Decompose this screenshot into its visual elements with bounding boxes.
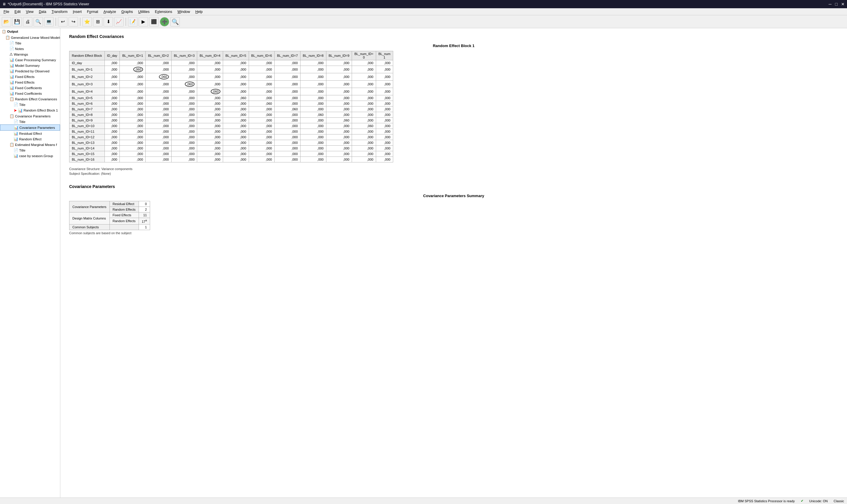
- cell-6-5: ,000: [223, 101, 249, 107]
- sidebar-item-cov-params-table[interactable]: 📊 Covariance Parameters: [0, 124, 60, 131]
- sidebar-label-residual: Residual Effect: [19, 132, 42, 136]
- sidebar-item-fixedcoeff2[interactable]: 📊 Fixed Coefficients: [0, 91, 60, 96]
- maximize-button[interactable]: □: [835, 2, 837, 6]
- cell-16-8: ,000: [300, 157, 326, 162]
- bookmark-button[interactable]: ⭐: [83, 17, 92, 26]
- search-button[interactable]: 🔍: [170, 17, 180, 26]
- cell-1-9: ,000: [326, 66, 352, 73]
- menu-graphs[interactable]: Graphs: [119, 9, 135, 14]
- cell-6-9: ,000: [326, 101, 352, 107]
- cell-16-10: ,000: [352, 157, 376, 162]
- cell-14-7: ,000: [275, 146, 301, 151]
- cell-8-4: ,000: [197, 112, 223, 118]
- goto-data-button[interactable]: 💻: [44, 17, 54, 26]
- cell-12-4: ,000: [197, 134, 223, 140]
- cell-4-3: ,000: [171, 88, 197, 95]
- menu-view[interactable]: View: [23, 9, 36, 14]
- sidebar-item-fixed1[interactable]: 📊 Fixed Effects: [0, 74, 60, 79]
- sidebar-item-random-block[interactable]: ➤ 📊 Random Effect Block 1: [0, 107, 60, 113]
- cell-12-9: ,000: [326, 134, 352, 140]
- cell-1-0: ,000: [105, 66, 120, 73]
- cell-6-8: ,000: [300, 101, 326, 107]
- cell-16-5: ,000: [223, 157, 249, 162]
- cell-3-8: ,000: [300, 80, 326, 88]
- cell-10-6: ,000: [249, 123, 275, 129]
- chart-button[interactable]: 📈: [114, 17, 124, 26]
- random-effect-table: Random Effect Block ID_day BL_num_ID=1 B…: [69, 51, 393, 162]
- sidebar-item-random[interactable]: 📊 Random Effect: [0, 136, 60, 142]
- emm-icon: 📋: [10, 142, 14, 147]
- menu-file[interactable]: File: [1, 9, 12, 14]
- script-button[interactable]: ⬛: [149, 17, 159, 26]
- cell-13-3: ,000: [171, 140, 197, 146]
- cell-16-4: ,000: [197, 157, 223, 162]
- syntax-button[interactable]: 📝: [128, 17, 138, 26]
- menu-analyze[interactable]: Analyze: [101, 9, 119, 14]
- sidebar-item-notes[interactable]: 📄 Notes: [0, 46, 60, 52]
- table-row: BL_num_ID=2,000,000,060,000,000,000,000,…: [70, 73, 393, 80]
- cov-heading: Covariance Parameters: [69, 184, 838, 189]
- cov-val-common: 1: [139, 224, 150, 230]
- case-processing-icon: 📊: [10, 58, 14, 62]
- sidebar-item-predicted[interactable]: 📊 Predicted by Observed: [0, 68, 60, 74]
- sidebar-item-case-season[interactable]: 📊 case by season.Group: [0, 153, 60, 159]
- cell-13-7: ,000: [275, 140, 301, 146]
- sidebar-item-case-processing[interactable]: 📊 Case Processing Summary: [0, 57, 60, 63]
- sidebar-item-warnings[interactable]: ⚠ Warnings: [0, 52, 60, 57]
- close-button[interactable]: ✕: [841, 2, 845, 6]
- dialog-recall-button[interactable]: 🔍: [34, 17, 43, 26]
- redo-button[interactable]: ↪: [69, 17, 78, 26]
- sidebar-item-title1[interactable]: 📄 Title: [0, 40, 60, 46]
- sidebar-item-model-summary[interactable]: 📊 Model Summary: [0, 63, 60, 68]
- add-button[interactable]: ➕: [160, 17, 169, 26]
- cell-4-4: ,060: [197, 88, 223, 95]
- title-bar: 🖥 *Output6 [Document8] - IBM SPSS Statis…: [0, 0, 847, 8]
- save-button[interactable]: 💾: [12, 17, 22, 26]
- run-button[interactable]: ▶: [139, 17, 148, 26]
- sidebar-item-fixedcoeff1[interactable]: 📊 Fixed Coefficients: [0, 85, 60, 91]
- menu-help[interactable]: Help: [193, 9, 205, 14]
- cell-7-10: ,000: [352, 107, 376, 112]
- menu-transform[interactable]: Transform: [49, 9, 70, 14]
- minimize-button[interactable]: ─: [829, 2, 832, 6]
- cov-val-fixed: 11: [139, 212, 150, 218]
- print-button[interactable]: 🖨: [23, 17, 32, 26]
- sidebar-item-title2[interactable]: 📄 Title: [0, 102, 60, 107]
- cell-5-11: ,000: [376, 95, 393, 101]
- menu-insert[interactable]: Insert: [70, 9, 84, 14]
- sidebar-item-cov-params[interactable]: 📋 Covariance Parameters: [0, 113, 60, 119]
- sidebar-item-random-cov[interactable]: 📋 Random Effect Covariances: [0, 96, 60, 102]
- sidebar-label-title4: Title: [19, 148, 25, 152]
- sidebar-item-emm[interactable]: 📋 Estimated Marginal Means f: [0, 142, 60, 147]
- cell-13-6: ,000: [249, 140, 275, 146]
- menu-edit[interactable]: Edit: [12, 9, 23, 14]
- cov-group-2: Design Matrix Columns: [70, 212, 110, 224]
- menu-extensions[interactable]: Extensions: [152, 9, 175, 14]
- cell-12-11: ,000: [376, 134, 393, 140]
- sidebar-item-title4[interactable]: 📄 Title: [0, 147, 60, 153]
- cell-6-1: ,000: [120, 101, 146, 107]
- sidebar-item-residual[interactable]: 📊 Residual Effect: [0, 131, 60, 136]
- predicted-icon: 📊: [10, 69, 14, 73]
- menu-format[interactable]: Format: [85, 9, 101, 14]
- cell-14-11: ,000: [376, 146, 393, 151]
- sidebar-label-cov-params-table: Covariance Parameters: [19, 126, 55, 129]
- insert-case-button[interactable]: ⬇: [104, 17, 113, 26]
- random-cov-icon: 📋: [10, 97, 14, 101]
- menu-utilities[interactable]: Utilities: [136, 9, 152, 14]
- menu-window[interactable]: Window: [175, 9, 193, 14]
- pivot-button[interactable]: ⊞: [93, 17, 103, 26]
- row-label-0: ID_day: [70, 60, 105, 66]
- window-controls[interactable]: ─ □ ✕: [829, 2, 845, 6]
- row-label-3: BL_num_ID=3: [70, 80, 105, 88]
- sidebar-item-glmm[interactable]: 📋 Generalized Linear Mixed Models: [0, 35, 60, 40]
- cell-2-4: ,000: [197, 73, 223, 80]
- undo-button[interactable]: ↩: [58, 17, 67, 26]
- cell-11-4: ,000: [197, 129, 223, 134]
- cov-params-table-icon: 📊: [14, 125, 19, 130]
- cell-9-2: ,000: [146, 118, 172, 123]
- open-button[interactable]: 📂: [2, 17, 11, 26]
- sidebar-item-fixed2[interactable]: 📊 Fixed Effects: [0, 79, 60, 85]
- sidebar-item-title3[interactable]: 📄 Title: [0, 119, 60, 124]
- menu-data[interactable]: Data: [36, 9, 49, 14]
